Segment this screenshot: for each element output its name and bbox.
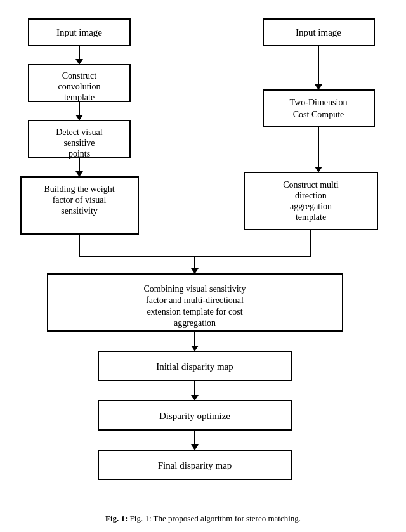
label-final: Final disparity map [158, 460, 232, 470]
label-combining2: factor and multi-directional [146, 295, 244, 305]
label-convolution: Construct [62, 71, 97, 81]
label-input-right: Input image [296, 27, 341, 37]
label-combining4: aggregation [174, 318, 216, 328]
arrowhead-1 [75, 59, 83, 65]
label-optimize: Disparity optimize [159, 411, 230, 421]
label-building3: sensitivity [61, 206, 98, 216]
arrowhead-2 [75, 115, 83, 120]
flowchart-svg: Input image Input image Construct convol… [10, 13, 396, 507]
label-building: Building the weight [44, 185, 114, 194]
label-combining3: extension template for cost [147, 307, 242, 316]
arrowhead-6 [191, 346, 199, 351]
arrowhead-right-1 [315, 84, 322, 90]
label-multi: Construct multi [283, 180, 339, 190]
label-convolution2: convolution [58, 82, 101, 91]
label-convolution3: template [64, 93, 95, 102]
label-detect: Detect visual [56, 127, 103, 137]
label-combining: Combining visual sensitivity [143, 284, 246, 294]
label-two-dim: Two-Dimension [290, 98, 348, 107]
label-cost-compute: Cost Compute [293, 110, 344, 119]
arrowhead-7 [191, 395, 199, 401]
box-two-dimension [263, 90, 374, 127]
figure-caption: Fig. 1: Fig. 1: The proposed algorithm f… [6, 512, 400, 525]
label-detect2: sensitive [64, 138, 95, 148]
arrowhead-3 [75, 171, 83, 177]
arrowhead-right-2 [315, 167, 322, 172]
caption-label: Fig. 1: [105, 514, 128, 523]
arrowhead-8 [191, 444, 199, 450]
label-initial: Initial disparity map [156, 361, 233, 372]
label-detect3: points [69, 149, 90, 159]
caption-text: Fig. 1: The proposed algorithm for stere… [130, 514, 301, 523]
arrowhead-5 [191, 268, 199, 274]
label-multi4: template [296, 212, 326, 222]
label-input-left: Input image [56, 27, 102, 37]
diagram-container: Input image Input image Construct convol… [0, 0, 406, 531]
label-multi3: aggregation [290, 202, 332, 211]
label-multi2: direction [295, 191, 327, 200]
label-building2: factor of visual [53, 195, 107, 205]
